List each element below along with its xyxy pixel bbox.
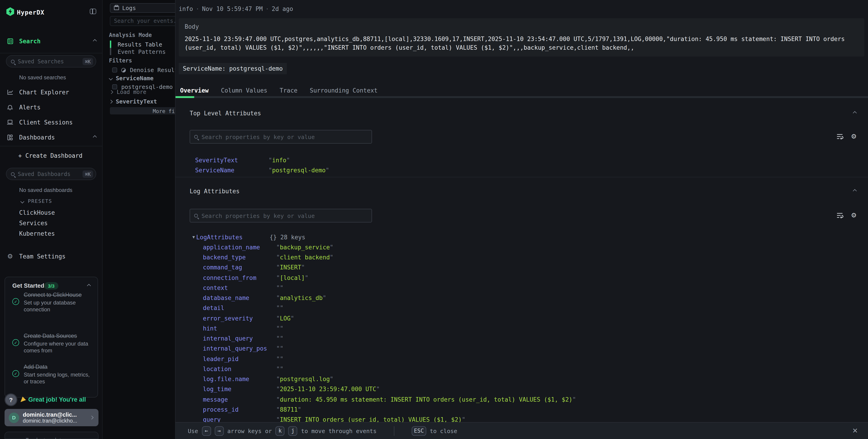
attribute-value[interactable]: "postgresql-demo" bbox=[269, 167, 329, 174]
sidebar-item-chart-explorer[interactable]: Chart Explorer bbox=[0, 86, 102, 98]
logattributes-root-row[interactable]: ▼ LogAttributes {} 28 keys bbox=[192, 232, 859, 242]
attribute-row: log_time "2025-11-10 23:59:47.000 UTC" bbox=[203, 384, 859, 395]
servicename-chip[interactable]: ServiceName: postgresql-demo bbox=[179, 63, 287, 74]
attribute-key[interactable]: detail bbox=[203, 305, 276, 312]
bottom-partial-card[interactable]: Product updates bbox=[5, 432, 98, 439]
attribute-value[interactable]: "duration: 45.950 ms statement: INSERT I… bbox=[276, 396, 576, 403]
attribute-key[interactable]: ServiceName bbox=[195, 167, 269, 174]
mode-event-patterns[interactable]: Event Patterns bbox=[110, 48, 166, 55]
tab-surrounding-context[interactable]: Surrounding Context bbox=[310, 87, 377, 94]
attribute-key[interactable]: error_severity bbox=[203, 315, 276, 322]
attribute-value[interactable]: "" bbox=[276, 335, 283, 342]
sidebar-item-search[interactable]: Search bbox=[0, 35, 102, 48]
tab-overview[interactable]: Overview bbox=[180, 87, 209, 94]
attribute-key[interactable]: message bbox=[203, 396, 276, 403]
no-saved-dashboards-text: No saved dashboards bbox=[19, 187, 72, 193]
step-title: Connect to ClickHouse bbox=[24, 292, 92, 299]
attribute-value[interactable]: "LOG" bbox=[276, 315, 294, 322]
get-started-badge: 3/3 bbox=[44, 282, 58, 289]
attribute-value[interactable]: "INSERT INTO orders (user_id, total) VAL… bbox=[276, 416, 465, 422]
denoise-filter-row[interactable]: Denoise Results bbox=[112, 67, 176, 73]
attribute-key[interactable]: database_name bbox=[203, 294, 276, 301]
attribute-key[interactable]: internal_query bbox=[203, 335, 276, 342]
attribute-key[interactable]: internal_query_pos bbox=[203, 345, 276, 352]
attribute-key[interactable]: command_tag bbox=[203, 264, 276, 271]
denoise-checkbox[interactable] bbox=[112, 67, 117, 72]
top-level-search-input[interactable]: Search properties by key or value bbox=[190, 130, 372, 144]
wrap-lines-icon[interactable] bbox=[837, 133, 844, 139]
servicename-filter-group[interactable]: ServiceName bbox=[110, 75, 154, 82]
attribute-value[interactable]: "" bbox=[276, 345, 283, 352]
preset-item[interactable]: ClickHouse bbox=[19, 209, 55, 216]
attribute-key[interactable]: context bbox=[203, 284, 276, 291]
attribute-value[interactable]: "88711" bbox=[276, 406, 301, 413]
preset-item[interactable]: Kubernetes bbox=[19, 230, 55, 237]
attribute-key[interactable]: log_time bbox=[203, 386, 276, 393]
gear-icon[interactable]: ⚙ bbox=[851, 133, 857, 139]
source-selector-button[interactable]: Logs bbox=[110, 3, 176, 13]
attribute-value[interactable]: "" bbox=[276, 366, 283, 372]
tab-column-values[interactable]: Column Values bbox=[221, 87, 268, 94]
section-title: Top Level Attributes bbox=[190, 110, 261, 117]
get-started-item[interactable]: ✓ Add Data Start sending logs, metrics, … bbox=[12, 364, 92, 385]
body-label: Body bbox=[185, 23, 199, 30]
attribute-key[interactable]: application_name bbox=[203, 244, 276, 251]
gear-icon[interactable]: ⚙ bbox=[851, 212, 857, 218]
attribute-value[interactable]: "analytics_db" bbox=[276, 294, 326, 301]
attribute-key[interactable]: hint bbox=[203, 325, 276, 332]
user-profile-card[interactable]: D dominic.tran@clic... dominic.tran@clic… bbox=[5, 409, 98, 426]
attribute-value[interactable]: "[local]" bbox=[276, 274, 308, 281]
footer-text: Use bbox=[188, 427, 198, 434]
chevron-up-icon[interactable] bbox=[93, 135, 97, 139]
get-started-item[interactable]: ✓ Create Data Sources Configure where yo… bbox=[12, 333, 92, 354]
saved-searches-input[interactable]: Saved Searches ⌘K bbox=[6, 55, 96, 67]
log-attrs-search-input[interactable]: Search properties by key or value bbox=[190, 209, 372, 222]
root-key[interactable]: LogAttributes bbox=[196, 233, 270, 241]
attribute-key[interactable]: connection_from bbox=[203, 274, 276, 281]
severitytext-filter-group[interactable]: SeverityText bbox=[110, 98, 157, 105]
preset-item[interactable]: Services bbox=[19, 220, 48, 226]
help-button[interactable]: ? bbox=[5, 394, 17, 406]
chevron-up-icon[interactable] bbox=[87, 284, 91, 288]
sidebar-item-client-sessions[interactable]: Client Sessions bbox=[0, 116, 102, 129]
saved-dashboards-input[interactable]: Saved Dashboards ⌘K bbox=[6, 168, 96, 180]
attribute-row: command_tag "INSERT" bbox=[203, 262, 859, 273]
get-started-item[interactable]: ✓ Connect to ClickHouse Set up your data… bbox=[12, 292, 92, 313]
attribute-value[interactable]: "info" bbox=[269, 157, 290, 163]
wrap-lines-icon[interactable] bbox=[837, 212, 844, 218]
tab-trace[interactable]: Trace bbox=[280, 87, 298, 94]
collapse-section-icon[interactable] bbox=[853, 189, 857, 193]
close-icon[interactable]: ✕ bbox=[852, 427, 858, 435]
attribute-value[interactable]: "2025-11-10 23:59:47.000 UTC" bbox=[276, 386, 380, 393]
presets-toggle[interactable]: PRESETS bbox=[21, 198, 52, 204]
cmd-k-shortcut: ⌘K bbox=[83, 58, 93, 65]
create-dashboard-button[interactable]: + Create Dashboard bbox=[0, 149, 102, 162]
mode-results-table[interactable]: Results Table bbox=[110, 40, 162, 48]
attribute-key[interactable]: log.file.name bbox=[203, 376, 276, 382]
attribute-value[interactable]: "" bbox=[276, 325, 283, 332]
sidebar-item-team-settings[interactable]: ⚙ Team Settings bbox=[0, 250, 102, 262]
attribute-value[interactable]: "client backend" bbox=[276, 254, 333, 261]
sidebar-collapse-icon[interactable] bbox=[90, 9, 96, 14]
load-more-row[interactable]: Load more bbox=[110, 89, 146, 95]
sidebar-item-alerts[interactable]: Alerts bbox=[0, 101, 102, 114]
attribute-value[interactable]: "INSERT" bbox=[276, 264, 305, 271]
attribute-key[interactable]: location bbox=[203, 366, 276, 372]
chevron-up-icon[interactable] bbox=[93, 39, 97, 43]
attribute-key[interactable]: backend_type bbox=[203, 254, 276, 261]
event-search-input[interactable]: Search your events... bbox=[110, 16, 176, 26]
filter-group-label: ServiceName bbox=[116, 75, 154, 82]
attribute-value[interactable]: "" bbox=[276, 305, 283, 312]
attribute-value[interactable]: "" bbox=[276, 355, 283, 362]
sidebar-item-dashboards[interactable]: Dashboards bbox=[0, 131, 102, 144]
more-filters-button[interactable]: More filters bbox=[110, 107, 176, 115]
service-checkbox[interactable] bbox=[112, 84, 117, 89]
attribute-value[interactable]: "" bbox=[276, 284, 283, 291]
attribute-value[interactable]: "postgresql.log" bbox=[276, 376, 333, 382]
attribute-value[interactable]: "backup_service" bbox=[276, 244, 333, 251]
attribute-key[interactable]: query bbox=[203, 416, 276, 422]
attribute-key[interactable]: process_id bbox=[203, 406, 276, 413]
attribute-key[interactable]: leader_pid bbox=[203, 355, 276, 362]
collapse-section-icon[interactable] bbox=[853, 111, 857, 115]
attribute-key[interactable]: SeverityText bbox=[195, 157, 269, 163]
